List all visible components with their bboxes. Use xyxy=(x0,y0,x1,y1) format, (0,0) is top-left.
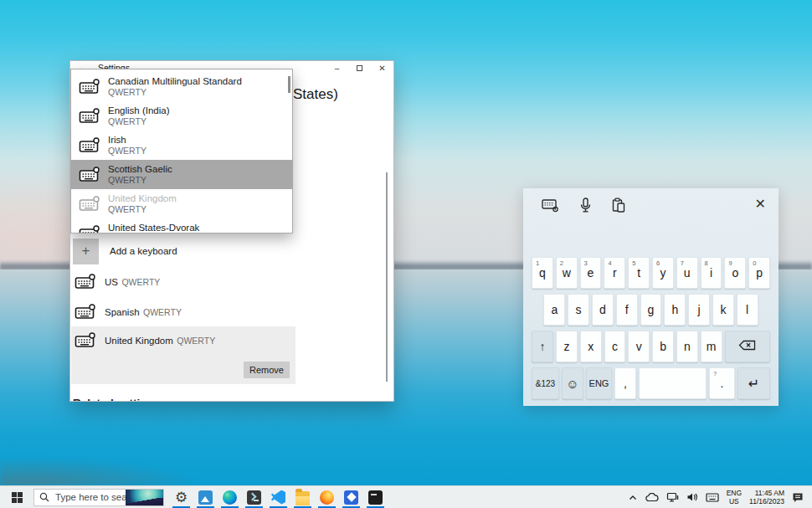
keyboard-name: US xyxy=(105,277,118,287)
key[interactable]: x xyxy=(580,331,602,362)
key[interactable]: 9 o xyxy=(724,257,746,289)
key[interactable]: 0 p xyxy=(748,257,770,289)
touch-keyboard-tray-icon[interactable] xyxy=(706,493,719,502)
comma-key[interactable]: , xyxy=(614,367,636,399)
search-highlight-image[interactable] xyxy=(126,490,163,505)
language-key[interactable]: ENG xyxy=(586,367,612,399)
dropdown-item[interactable]: Irish QWERTY xyxy=(71,131,292,160)
dropdown-item-name: English (India) xyxy=(108,105,170,116)
key[interactable]: f xyxy=(616,294,638,326)
key[interactable]: a xyxy=(543,294,565,326)
window-scrollbar[interactable] xyxy=(386,172,388,382)
enter-key[interactable]: ↵ xyxy=(737,367,770,399)
keyboard-icon xyxy=(79,137,100,153)
taskbar-app-button[interactable]: ⚙ xyxy=(169,486,193,508)
language-indicator[interactable]: ENG US xyxy=(727,489,742,505)
key[interactable]: c xyxy=(604,331,626,362)
close-button[interactable]: ✕ xyxy=(371,61,393,74)
key[interactable]: m xyxy=(701,331,722,362)
dropdown-item[interactable]: Scottish Gaelic QWERTY xyxy=(71,160,292,189)
taskbar-app-button[interactable] xyxy=(266,486,290,508)
taskbar-app-button[interactable] xyxy=(315,486,339,508)
start-button[interactable] xyxy=(0,486,33,508)
keyboard-icon xyxy=(79,79,100,95)
key-letter: u xyxy=(684,266,691,280)
comma-label: , xyxy=(624,377,627,390)
taskbar-app-button[interactable] xyxy=(193,486,218,508)
key[interactable]: h xyxy=(664,294,686,326)
backspace-icon xyxy=(738,340,756,353)
key[interactable]: d xyxy=(592,294,614,326)
dropdown-item-layout: QWERTY xyxy=(108,204,177,214)
key[interactable]: 4 r xyxy=(604,257,625,289)
minimize-button[interactable]: – xyxy=(326,61,348,74)
keyboard-name: Spanish xyxy=(105,307,140,317)
key-number-hint: 2 xyxy=(560,259,563,267)
key[interactable]: 7 u xyxy=(676,257,698,289)
backspace-key[interactable] xyxy=(725,331,770,362)
clock[interactable]: 11:45 AM 11/16/2023 xyxy=(749,489,784,505)
key[interactable]: n xyxy=(676,331,698,362)
key[interactable]: 2 w xyxy=(556,257,578,289)
taskbar-app-button[interactable] xyxy=(290,486,315,508)
dropdown-item[interactable]: United Kingdom QWERTY xyxy=(71,189,292,218)
dropdown-item[interactable]: Canadian Multilingual Standard QWERTY xyxy=(71,72,292,101)
dropdown-item[interactable]: English (India) QWERTY xyxy=(71,101,292,131)
key-letter: t xyxy=(637,266,640,280)
dropdown-item[interactable]: United States-Dvorak DVORAK xyxy=(71,218,292,233)
remove-button[interactable]: Remove xyxy=(244,362,290,378)
keyboard-list-item-selected[interactable]: United Kingdom QWERTY Remove xyxy=(71,326,296,384)
keyboard-list-item[interactable]: Spanish QWERTY xyxy=(71,296,296,326)
key[interactable]: z xyxy=(556,331,578,362)
maximize-button[interactable] xyxy=(348,61,371,74)
network-icon[interactable] xyxy=(666,492,679,502)
key[interactable]: v xyxy=(628,331,650,362)
key[interactable]: 6 y xyxy=(652,257,674,289)
key[interactable]: j xyxy=(688,294,710,326)
key[interactable]: 5 t xyxy=(628,257,650,289)
language-key-label: ENG xyxy=(589,378,609,388)
show-hidden-icons-chevron[interactable] xyxy=(628,494,638,501)
keyboard-settings-icon[interactable] xyxy=(542,198,559,213)
shift-key[interactable]: ↑ xyxy=(532,331,553,362)
keyboard-list-item[interactable]: US QWERTY xyxy=(71,266,296,296)
system-tray: ENG US 11:45 AM 11/16/2023 xyxy=(628,486,812,508)
add-keyboard-label: Add a keyboard xyxy=(110,246,177,256)
keyboard-close-button[interactable]: ✕ xyxy=(755,196,766,212)
key[interactable]: b xyxy=(652,331,674,362)
key-letter: q xyxy=(539,266,546,280)
dropdown-item-layout: QWERTY xyxy=(108,87,242,97)
taskbar-app-button[interactable] xyxy=(218,486,242,508)
keyboard-icon xyxy=(79,225,100,233)
key[interactable]: g xyxy=(640,294,662,326)
microphone-icon[interactable] xyxy=(580,198,591,213)
dropdown-item-name: Canadian Multilingual Standard xyxy=(108,76,242,87)
key-number-hint: 3 xyxy=(584,259,588,267)
region-code: US xyxy=(729,497,739,505)
volume-icon[interactable] xyxy=(686,492,698,502)
keyboard-name: United Kingdom xyxy=(105,336,173,346)
key-letter: y xyxy=(660,266,666,280)
key[interactable]: 8 i xyxy=(701,257,722,289)
symbols-key[interactable]: &123 xyxy=(532,367,559,399)
add-keyboard-button[interactable]: + Add a keyboard xyxy=(71,236,296,266)
key[interactable]: l xyxy=(737,294,758,326)
key-letter: z xyxy=(563,340,569,353)
search-icon xyxy=(39,492,49,502)
onedrive-cloud-icon[interactable] xyxy=(645,493,659,502)
key[interactable]: k xyxy=(712,294,734,326)
taskbar-app-button[interactable] xyxy=(339,486,363,508)
clipboard-icon[interactable] xyxy=(612,198,625,213)
emoji-key[interactable]: ☺ xyxy=(562,367,583,399)
action-center-icon[interactable] xyxy=(792,492,804,503)
period-key[interactable]: ? . xyxy=(709,367,735,399)
dropdown-scrollbar[interactable] xyxy=(288,76,290,93)
space-key[interactable] xyxy=(639,367,707,399)
taskbar-app-button[interactable] xyxy=(242,486,266,508)
search-input[interactable]: Type here to search xyxy=(33,489,164,506)
key-number-hint: 6 xyxy=(656,259,660,267)
taskbar-app-button[interactable] xyxy=(363,486,388,508)
key[interactable]: s xyxy=(568,294,589,326)
key[interactable]: 3 e xyxy=(580,257,602,289)
key[interactable]: 1 q xyxy=(532,257,553,289)
